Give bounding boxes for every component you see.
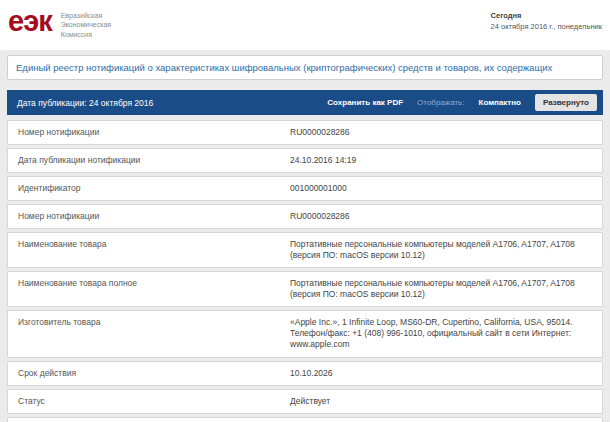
row-label: Идентификатор: [8, 183, 290, 194]
display-mode-label: Отображать:: [417, 98, 464, 107]
row-value: 001000001000: [290, 183, 602, 194]
row-label: Наименование товара: [8, 239, 290, 261]
org-name-line: Экономическая: [61, 20, 112, 29]
row-value: «Apple Inc.», 1 Infinite Loop, MS60-DR, …: [290, 317, 602, 350]
row-value: RU0000028286: [290, 211, 602, 222]
publication-date-label: Дата публикации: 24 октября 2016: [17, 98, 153, 108]
table-row: Номер нотификации RU0000028286: [7, 120, 603, 145]
row-value: 24.10.2016 14:19: [290, 155, 602, 166]
row-value: Портативные персональные компьютеры моде…: [290, 278, 602, 300]
table-row: Изготовитель товара «Apple Inc.», 1 Infi…: [7, 310, 603, 357]
row-label: Номер нотификации: [8, 127, 290, 138]
main-content: Единый реестр нотификаций о характеристи…: [0, 50, 610, 422]
row-label: Изготовитель товара: [8, 317, 290, 350]
org-name-line: Евразийская: [61, 11, 112, 20]
org-name: Евразийская Экономическая Комиссия: [61, 11, 112, 39]
table-row: Идентификатор 001000001000: [7, 176, 603, 201]
notification-details-table: Номер нотификации RU0000028286 Дата публ…: [7, 120, 603, 422]
site-header: еэк Евразийская Экономическая Комиссия С…: [0, 0, 610, 50]
table-row: Дата публикации нотификации 24.10.2016 1…: [7, 148, 603, 173]
registry-title-link[interactable]: Единый реестр нотификаций о характеристи…: [7, 55, 603, 80]
row-label: Номер нотификации: [8, 211, 290, 222]
table-row: Срок действия 10.10.2026: [7, 361, 603, 386]
today-label: Сегодня: [491, 10, 602, 21]
row-label: Статус: [8, 396, 290, 407]
org-name-line: Комиссия: [61, 30, 112, 39]
current-date-text: 24 октября 2016 г., понедельник: [491, 21, 602, 32]
table-row: Статус Действует: [7, 389, 603, 414]
expanded-view-button[interactable]: Развернуто: [535, 94, 597, 111]
row-label: Дата публикации нотификации: [8, 155, 290, 166]
eec-logo[interactable]: еэк: [8, 8, 52, 36]
table-row: Дата аннулирования: [7, 417, 603, 422]
current-date-block: Сегодня 24 октября 2016 г., понедельник: [491, 10, 602, 33]
row-label: Срок действия: [8, 368, 290, 379]
row-value: 10.10.2026: [290, 368, 602, 379]
save-pdf-button[interactable]: Сохранить как PDF: [327, 98, 403, 107]
table-row: Номер нотификации RU0000028286: [7, 204, 603, 229]
compact-view-button[interactable]: Компактно: [479, 98, 522, 107]
toolbar: Дата публикации: 24 октября 2016 Сохрани…: [7, 90, 603, 115]
table-row: Наименование товара Портативные персонал…: [7, 232, 603, 268]
row-value: Портативные персональные компьютеры моде…: [290, 239, 602, 261]
row-value: RU0000028286: [290, 127, 602, 138]
row-label: Наименование товара полное: [8, 278, 290, 300]
table-row: Наименование товара полное Портативные п…: [7, 271, 603, 307]
row-value: Действует: [290, 396, 602, 407]
